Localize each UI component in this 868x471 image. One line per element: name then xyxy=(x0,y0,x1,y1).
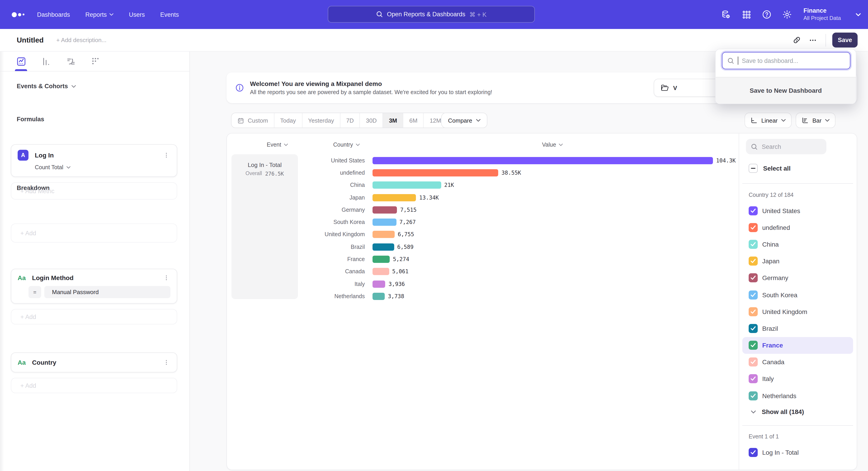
range-yesterday[interactable]: Yesterday xyxy=(302,113,340,127)
event-checkbox[interactable] xyxy=(749,448,758,457)
series-checkbox[interactable] xyxy=(749,324,758,333)
bar[interactable] xyxy=(373,268,389,275)
series-row-united-states[interactable]: United States xyxy=(742,202,853,219)
select-all-checkbox[interactable] xyxy=(749,164,758,173)
tab-insights-icon[interactable] xyxy=(16,56,26,66)
mixpanel-logo-icon[interactable] xyxy=(12,12,32,17)
chart-type-dropdown-bar[interactable]: Bar xyxy=(796,113,835,128)
bar[interactable] xyxy=(373,157,713,164)
nav-item-reports[interactable]: Reports xyxy=(86,11,114,18)
filter-card[interactable]: Aa Login Method = Manual Password xyxy=(11,269,177,303)
series-checkbox[interactable] xyxy=(749,240,758,249)
global-search-button[interactable]: Open Reports & Dashboards ⌘ + K xyxy=(328,6,535,23)
apps-grid-icon[interactable] xyxy=(742,9,752,20)
tab-funnels-icon[interactable] xyxy=(41,56,51,66)
series-row-france[interactable]: France xyxy=(742,337,853,354)
series-row-undefined[interactable]: undefined xyxy=(742,219,853,236)
metric-kebab-icon[interactable] xyxy=(162,151,170,159)
bar[interactable] xyxy=(373,194,416,201)
range-custom[interactable]: Custom xyxy=(231,113,274,127)
data-management-icon[interactable] xyxy=(721,9,731,20)
nav-item-users[interactable]: Users xyxy=(129,11,145,18)
series-checkbox[interactable] xyxy=(749,341,758,350)
metric-name[interactable]: Log In xyxy=(35,152,54,159)
nav-item-events[interactable]: Events xyxy=(160,11,179,18)
filter-value-dropdown[interactable]: Manual Password xyxy=(44,286,170,298)
bar[interactable] xyxy=(373,218,396,226)
series-checkbox[interactable] xyxy=(749,206,758,215)
add-breakdown-button[interactable]: + Add xyxy=(11,378,177,393)
events-cohorts-section-label[interactable]: Events & Cohorts xyxy=(17,83,177,90)
series-row-canada[interactable]: Canada xyxy=(742,354,853,370)
series-row-germany[interactable]: Germany xyxy=(742,270,853,286)
nav-item-dashboards[interactable]: Dashboards xyxy=(37,11,70,18)
bar-category-label: France xyxy=(299,256,365,262)
range-today[interactable]: Today xyxy=(274,113,302,127)
column-header-country[interactable]: Country xyxy=(333,142,360,148)
series-row-brazil[interactable]: Brazil xyxy=(742,320,853,337)
metric-aggregation-dropdown[interactable]: Count Total xyxy=(35,164,170,171)
series-row-italy[interactable]: Italy xyxy=(742,371,853,387)
range-3m[interactable]: 3M xyxy=(383,113,403,127)
save-to-dashboard-input[interactable]: Save to dashboard... xyxy=(722,52,850,69)
series-search-input[interactable]: Search xyxy=(746,139,827,154)
column-header-event[interactable]: Event xyxy=(267,142,288,148)
bar-category-label: undefined xyxy=(299,170,365,176)
project-selector[interactable]: Finance All Project Data xyxy=(804,7,841,22)
metric-card[interactable]: A Log In Count Total xyxy=(11,144,177,177)
series-row-south-korea[interactable]: South Korea xyxy=(742,286,853,303)
series-label: Germany xyxy=(762,274,788,282)
series-row-china[interactable]: China xyxy=(742,236,853,253)
bar[interactable] xyxy=(373,181,441,189)
show-all-button[interactable]: Show all (184) xyxy=(751,408,804,415)
series-checkbox[interactable] xyxy=(749,273,758,283)
series-checkbox[interactable] xyxy=(749,391,758,400)
add-metric-button[interactable]: + Add Metric xyxy=(11,182,177,200)
tab-flows-icon[interactable] xyxy=(66,56,76,66)
series-checkbox[interactable] xyxy=(749,307,758,316)
series-checkbox[interactable] xyxy=(749,358,758,367)
breakdown-card[interactable]: Aa Country xyxy=(11,352,177,372)
filter-kebab-icon[interactable] xyxy=(162,274,170,282)
series-row-united-kingdom[interactable]: United Kingdom xyxy=(742,303,853,320)
compare-dropdown[interactable]: Compare xyxy=(441,113,488,128)
bar[interactable] xyxy=(373,231,395,238)
settings-gear-icon[interactable] xyxy=(782,9,792,20)
scale-dropdown-linear[interactable]: Linear xyxy=(745,113,792,128)
bar[interactable] xyxy=(373,256,390,263)
bar[interactable] xyxy=(373,206,397,213)
help-icon[interactable] xyxy=(762,9,772,20)
series-checkbox[interactable] xyxy=(749,374,758,383)
event-checkbox-row[interactable]: Log In - Total xyxy=(749,448,799,457)
bar-row-netherlands: Netherlands3,738 xyxy=(227,290,738,303)
tab-retention-icon[interactable] xyxy=(91,56,101,66)
series-checkbox[interactable] xyxy=(749,257,758,266)
column-header-value[interactable]: Value xyxy=(542,142,563,148)
dataset-button[interactable]: V xyxy=(654,79,721,97)
copy-link-icon[interactable] xyxy=(788,33,805,47)
range-6m[interactable]: 6M xyxy=(403,113,424,127)
add-filter-button[interactable]: + Add xyxy=(11,309,177,324)
breakdown-kebab-icon[interactable] xyxy=(162,358,170,366)
save-button[interactable]: Save xyxy=(832,33,858,48)
series-checkbox[interactable] xyxy=(749,223,758,232)
report-title[interactable]: Untitled xyxy=(17,36,43,44)
save-to-new-dashboard-button[interactable]: Save to New Dashboard xyxy=(716,77,856,104)
series-checkbox[interactable] xyxy=(749,290,758,299)
bar[interactable] xyxy=(373,293,385,300)
range-7d[interactable]: 7D xyxy=(340,113,360,127)
bar[interactable] xyxy=(373,169,498,176)
project-chevron-down-icon[interactable] xyxy=(856,13,861,16)
filter-property-name[interactable]: Login Method xyxy=(32,274,74,282)
series-row-japan[interactable]: Japan xyxy=(742,253,853,269)
filter-operator-dropdown[interactable]: = xyxy=(29,286,41,298)
select-all-checkbox-row[interactable]: Select all xyxy=(749,164,790,173)
range-30d[interactable]: 30D xyxy=(360,113,383,127)
add-description-field[interactable]: + Add description... xyxy=(56,37,106,43)
bar[interactable] xyxy=(373,280,385,288)
breakdown-property-name[interactable]: Country xyxy=(32,359,56,366)
series-row-netherlands[interactable]: Netherlands xyxy=(742,387,853,404)
bar[interactable] xyxy=(373,243,394,251)
add-formula-button[interactable]: + Add xyxy=(11,224,177,242)
more-options-icon[interactable] xyxy=(805,33,821,47)
